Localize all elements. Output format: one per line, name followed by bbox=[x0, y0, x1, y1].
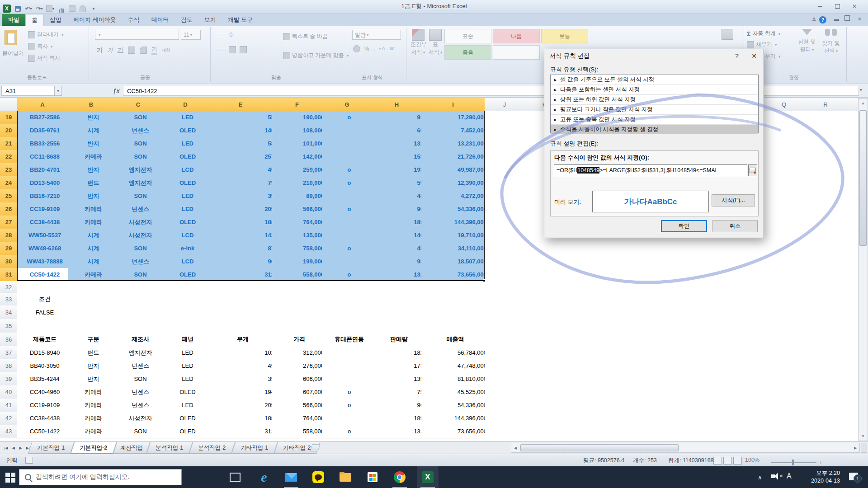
cell-B21[interactable]: 반지 bbox=[68, 137, 119, 150]
cell-J36[interactable] bbox=[485, 333, 529, 347]
cell-Q21[interactable] bbox=[763, 137, 810, 150]
cell-O33[interactable] bbox=[684, 293, 728, 306]
cell-I22[interactable]: 21,726,000 bbox=[421, 150, 490, 164]
cell-H22[interactable]: 153 bbox=[372, 150, 426, 164]
cell-J42[interactable] bbox=[485, 412, 529, 425]
cell-F26[interactable]: 566,000 bbox=[272, 202, 327, 216]
cell-A22[interactable]: CC11-8688 bbox=[17, 150, 73, 164]
cell-G24[interactable]: o bbox=[322, 176, 377, 190]
rule-type-item-5[interactable]: ►수식을 사용하여 서식을 지정할 셀 결정 bbox=[551, 125, 758, 134]
cell-N33[interactable] bbox=[644, 293, 689, 306]
cell-M35[interactable] bbox=[604, 319, 649, 333]
fill-handle[interactable] bbox=[483, 279, 486, 282]
comma-icon[interactable]: , bbox=[373, 46, 375, 52]
cell-K33[interactable] bbox=[524, 293, 569, 306]
cell-D19[interactable]: LED bbox=[162, 111, 214, 124]
cell-R41[interactable] bbox=[805, 399, 851, 412]
cell-Q19[interactable] bbox=[763, 111, 810, 124]
cell-I26[interactable]: 54,336,000 bbox=[421, 202, 490, 216]
cell-A25[interactable]: BB16-7210 bbox=[17, 189, 73, 203]
cell-C19[interactable]: SON bbox=[114, 111, 167, 124]
cell-E28[interactable]: 142 bbox=[209, 229, 277, 242]
cell-M39[interactable] bbox=[604, 372, 649, 386]
cell-J26[interactable] bbox=[485, 202, 529, 216]
cell-G28[interactable] bbox=[322, 229, 377, 242]
cell-J38[interactable] bbox=[485, 359, 529, 373]
volume-muted-icon[interactable]: ✕ bbox=[771, 474, 783, 479]
cell-B23[interactable]: 반지 bbox=[68, 163, 119, 177]
percent-icon[interactable]: % bbox=[364, 46, 369, 52]
cell-Q41[interactable] bbox=[763, 399, 810, 412]
row-header-39[interactable]: 39 bbox=[0, 372, 18, 386]
cell-O32[interactable] bbox=[684, 281, 728, 293]
cell-B33[interactable] bbox=[68, 293, 119, 306]
row-header-20[interactable]: 20 bbox=[0, 124, 18, 137]
cell-C31[interactable]: SON bbox=[114, 268, 167, 282]
cell-N42[interactable] bbox=[644, 412, 689, 425]
cell-E41[interactable]: 209 bbox=[209, 399, 277, 412]
column-header-H[interactable]: H bbox=[372, 98, 422, 111]
workbook-minimize-icon[interactable]: ▬ bbox=[834, 16, 839, 22]
cell-H39[interactable]: 135 bbox=[372, 372, 426, 386]
cell-style-normal[interactable]: 표준 bbox=[444, 29, 491, 43]
cell-L38[interactable] bbox=[564, 359, 609, 373]
cell-P34[interactable] bbox=[723, 305, 768, 319]
cell-G19[interactable]: o bbox=[322, 111, 377, 124]
name-box[interactable]: A31 bbox=[1, 86, 55, 96]
cell-D20[interactable]: OLED bbox=[162, 124, 214, 137]
cell-G42[interactable] bbox=[322, 412, 377, 425]
cell-N31[interactable] bbox=[644, 268, 689, 282]
cell-N38[interactable] bbox=[644, 359, 689, 373]
workbook-restore-icon[interactable] bbox=[844, 15, 850, 21]
cell-O40[interactable] bbox=[684, 385, 728, 399]
cell-N29[interactable] bbox=[644, 242, 689, 255]
cell-R40[interactable] bbox=[805, 385, 851, 399]
format-as-table-button[interactable]: 표서식 bbox=[429, 29, 442, 56]
view-shortcuts[interactable] bbox=[713, 457, 742, 465]
cell-G34[interactable] bbox=[322, 305, 377, 319]
vertical-scroll-thumb[interactable] bbox=[859, 110, 867, 246]
ribbon-tab-file[interactable]: 파일 bbox=[2, 14, 25, 26]
scroll-up-icon[interactable]: ▲ bbox=[859, 99, 868, 108]
cell-C34[interactable] bbox=[114, 305, 167, 319]
sheet-tab-계산작업[interactable]: 계산작업 bbox=[113, 442, 150, 454]
cell-D40[interactable]: OLED bbox=[162, 385, 214, 399]
name-box-dropdown-icon[interactable]: ▾ bbox=[55, 86, 62, 96]
minimize-button[interactable] bbox=[814, 2, 826, 10]
cell-B38[interactable]: 반지 bbox=[68, 359, 119, 373]
column-header-R[interactable]: R bbox=[805, 98, 847, 111]
cell-G38[interactable] bbox=[322, 359, 377, 373]
cell-D29[interactable]: e-ink bbox=[162, 242, 214, 255]
cell-P36[interactable] bbox=[723, 333, 768, 347]
cell-F38[interactable]: 276,000 bbox=[272, 359, 327, 373]
cell-K31[interactable] bbox=[524, 268, 569, 282]
cell-M43[interactable] bbox=[604, 425, 649, 438]
clock[interactable]: 오후 2:20 2020-04-13 bbox=[811, 469, 840, 485]
cell-I25[interactable]: 4,272,000 bbox=[421, 189, 490, 203]
cell-D32[interactable] bbox=[162, 281, 214, 293]
rule-type-item-4[interactable]: ►고유 또는 중복 값만 서식 지정 bbox=[551, 115, 758, 125]
cell-I41[interactable]: 54,336,000 bbox=[421, 399, 490, 412]
cell-H28[interactable]: 146 bbox=[372, 229, 426, 242]
cell-L35[interactable] bbox=[564, 319, 609, 333]
cell-M41[interactable] bbox=[604, 399, 649, 412]
cell-Q23[interactable] bbox=[763, 163, 810, 177]
cell-H26[interactable]: 96 bbox=[372, 202, 426, 216]
insert-sheet-icon[interactable] bbox=[310, 444, 320, 451]
cell-L29[interactable] bbox=[564, 242, 609, 255]
split-handle[interactable] bbox=[861, 443, 867, 453]
cell-E19[interactable]: 55 bbox=[209, 111, 277, 124]
horizontal-scrollbar[interactable]: ◀ ▶ bbox=[511, 443, 860, 453]
cell-L39[interactable] bbox=[564, 372, 609, 386]
cell-A32[interactable] bbox=[17, 281, 73, 293]
row-header-22[interactable]: 22 bbox=[0, 150, 18, 164]
zoom-slider-thumb[interactable] bbox=[792, 460, 794, 465]
mail-icon[interactable] bbox=[280, 466, 302, 488]
cell-K38[interactable] bbox=[524, 359, 569, 373]
cell-B34[interactable] bbox=[68, 305, 119, 319]
cell-C42[interactable]: 사성전자 bbox=[114, 412, 167, 425]
cell-B40[interactable]: 카메라 bbox=[68, 385, 119, 399]
cell-style-good[interactable]: 좋음 bbox=[444, 45, 491, 60]
cell-A34[interactable]: FALSE bbox=[17, 305, 73, 319]
cell-J25[interactable] bbox=[485, 189, 529, 203]
